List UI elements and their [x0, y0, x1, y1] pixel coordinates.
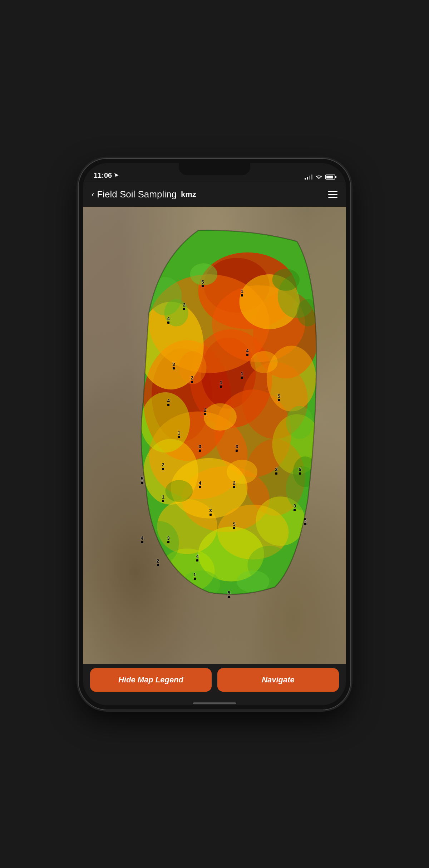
signal-bar-3 — [309, 176, 310, 180]
home-bar — [193, 702, 236, 704]
signal-bar-2 — [307, 177, 308, 180]
sample-point: 5 — [299, 467, 301, 475]
svg-point-40 — [182, 570, 220, 598]
sample-point: 2 — [204, 408, 207, 415]
back-chevron-icon: ‹ — [92, 190, 94, 199]
sample-point: 4 — [141, 536, 143, 543]
svg-point-36 — [166, 480, 193, 502]
wifi-icon — [315, 175, 322, 180]
phone-frame: 11:06 — [79, 159, 350, 710]
sample-point: 4 — [167, 398, 170, 406]
signal-bar-4 — [311, 175, 312, 180]
sample-point: 1 — [162, 495, 164, 502]
location-arrow-icon — [114, 173, 119, 178]
sample-point: 3 — [236, 444, 238, 452]
sample-point: 3 — [294, 504, 296, 511]
sample-point: 2 — [183, 303, 186, 310]
sample-point: 5 — [278, 394, 280, 401]
sample-point: 4 — [246, 348, 248, 356]
heatmap-overlay — [99, 225, 320, 609]
sample-point: 1 — [178, 431, 180, 438]
notch — [179, 163, 250, 175]
svg-point-39 — [286, 406, 314, 439]
svg-point-35 — [293, 456, 317, 487]
sample-point: 3 — [172, 362, 175, 369]
page-title: Field Soil Sampling — [97, 189, 177, 200]
battery-fill — [326, 176, 333, 178]
svg-point-44 — [250, 351, 278, 373]
hamburger-line-2 — [328, 194, 337, 195]
sample-point: 2 — [162, 462, 164, 470]
sample-point: 4 — [196, 554, 198, 561]
sample-point: 5 — [304, 518, 306, 525]
screen: 11:06 — [83, 163, 346, 705]
status-icons — [305, 175, 335, 180]
hamburger-menu-icon — [328, 191, 337, 198]
menu-button[interactable] — [328, 191, 337, 198]
bottom-action-bar: Hide Map Legend Navigate — [83, 664, 346, 703]
svg-point-23 — [141, 392, 190, 452]
file-type-badge: kmz — [181, 190, 196, 199]
sample-point: 3 — [209, 508, 212, 516]
sample-point: 1 — [220, 380, 222, 388]
sample-point: 3 — [275, 467, 277, 475]
sample-point: 1 — [241, 289, 243, 296]
nav-bar: ‹ Field Soil Sampling kmz — [83, 182, 346, 207]
sample-point: 2 — [191, 376, 193, 383]
hamburger-line-3 — [328, 197, 337, 198]
sample-point: 2 — [157, 559, 159, 566]
sample-point: 2 — [233, 481, 236, 488]
signal-bar-1 — [305, 178, 306, 180]
sample-point: 5 — [201, 280, 204, 287]
svg-point-41 — [237, 570, 270, 592]
svg-point-0 — [319, 178, 320, 179]
nav-title-group: Field Soil Sampling kmz — [97, 189, 328, 200]
svg-point-33 — [272, 269, 300, 290]
home-indicator — [83, 703, 346, 705]
battery-icon — [325, 175, 335, 180]
svg-point-42 — [204, 403, 237, 431]
map-view[interactable]: 12454132142513324235135355434215 — [83, 207, 346, 664]
sample-point: 5 — [141, 476, 143, 484]
sample-point: 1 — [241, 371, 243, 379]
sample-point: 4 — [199, 481, 201, 488]
sample-point: 4 — [167, 316, 170, 324]
time-display: 11:06 — [94, 171, 112, 180]
navigate-button[interactable]: Navigate — [217, 668, 339, 692]
signal-strength-icon — [305, 175, 312, 180]
sample-point: 3 — [167, 536, 170, 543]
sample-point: 3 — [199, 444, 201, 452]
svg-point-45 — [227, 460, 257, 484]
hamburger-line-1 — [328, 191, 337, 192]
sample-point: 5 — [228, 590, 230, 598]
hide-legend-button[interactable]: Hide Map Legend — [90, 668, 212, 692]
back-button[interactable]: ‹ — [92, 190, 94, 199]
sample-point: 1 — [193, 572, 196, 580]
status-time-group: 11:06 — [94, 171, 119, 180]
sample-point: 5 — [233, 522, 236, 529]
